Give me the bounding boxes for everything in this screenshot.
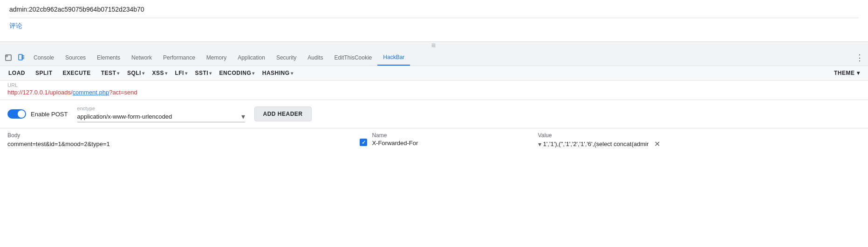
tab-performance[interactable]: Performance: [157, 49, 201, 66]
header-value-column: Value ▾ 1','1'),('','1','2','1','6',(sel…: [538, 132, 861, 148]
header-close-icon[interactable]: ✕: [654, 140, 660, 148]
ssti-dropdown[interactable]: SSTI ▾: [190, 68, 213, 78]
tab-security[interactable]: Security: [271, 49, 302, 66]
xss-dropdown[interactable]: XSS ▾: [147, 68, 169, 78]
post-section: Enable POST enctype application/x-www-fo…: [0, 100, 868, 128]
header-value-arrow-icon: ▾: [538, 140, 541, 148]
body-header-section: Body comment=test&id=1&mood=2&type=1 ✓ N…: [0, 128, 868, 150]
devtools-device-icon[interactable]: [15, 51, 28, 64]
devtools-tabs-bar: Console Sources Elements Network Perform…: [0, 49, 868, 66]
toggle-knob: [18, 110, 25, 118]
tab-audits[interactable]: Audits: [302, 49, 328, 66]
tab-application[interactable]: Application: [232, 49, 271, 66]
devtools-tabs-list: Console Sources Elements Network Perform…: [28, 49, 853, 66]
enable-post-toggle[interactable]: [7, 109, 26, 119]
devtools-resize-handle[interactable]: ≡: [0, 42, 868, 49]
body-label: Body: [7, 132, 341, 139]
hash-display: admin:202cb962ac59075b964b07152d234b70: [9, 6, 859, 13]
url-section: URL http://127.0.0.1/uploads/comment.php…: [0, 80, 868, 100]
url-label: URL: [7, 82, 861, 88]
check-icon: ✓: [362, 140, 366, 146]
tab-sources[interactable]: Sources: [60, 49, 91, 66]
devtools-more-icon[interactable]: ⋮: [853, 51, 866, 64]
enable-post-label: Enable POST: [31, 111, 68, 118]
enable-post-toggle-group: Enable POST: [7, 109, 68, 119]
tab-console[interactable]: Console: [28, 49, 60, 66]
lfi-dropdown[interactable]: LFI ▾: [170, 68, 189, 78]
sqli-dropdown[interactable]: SQLI ▾: [123, 68, 147, 78]
url-prefix: http://127.0.0.1/uploads/: [7, 89, 73, 96]
header-value-text[interactable]: 1','1'),('','1','2','1','6',(select conc…: [543, 140, 649, 147]
url-display: http://127.0.0.1/uploads/comment.php?act…: [7, 89, 861, 96]
enctype-arrow-icon: ▾: [241, 112, 245, 121]
tab-memory[interactable]: Memory: [201, 49, 232, 66]
url-link-part[interactable]: comment.php: [73, 89, 109, 96]
xss-arrow-icon: ▾: [165, 71, 168, 76]
ssti-arrow-icon: ▾: [209, 71, 212, 76]
tab-editthiscookie[interactable]: EditThisCookie: [329, 49, 378, 66]
theme-dropdown[interactable]: THEME ▾: [829, 68, 864, 78]
load-button[interactable]: LOAD: [4, 68, 30, 78]
hackbar-toolbar: LOAD SPLIT EXECUTE TEST ▾ SQLI ▾ XSS ▾ L…: [0, 66, 868, 80]
tab-network[interactable]: Network: [126, 49, 157, 66]
sqli-arrow-icon: ▾: [142, 71, 145, 76]
header-name-label: Name: [372, 132, 533, 139]
header-value-row: ▾ 1','1'),('','1','2','1','6',(select co…: [538, 140, 861, 148]
hashing-arrow-icon: ▾: [291, 71, 294, 76]
encoding-dropdown[interactable]: ENCODING ▾: [215, 68, 257, 78]
svg-rect-1: [6, 55, 8, 57]
execute-button[interactable]: EXECUTE: [58, 68, 96, 78]
drag-icon: ≡: [431, 42, 437, 49]
devtools-inspect-icon[interactable]: [2, 51, 15, 64]
theme-arrow-icon: ▾: [857, 70, 860, 76]
split-button[interactable]: SPLIT: [31, 68, 57, 78]
test-dropdown[interactable]: TEST ▾: [96, 68, 122, 78]
body-column: Body comment=test&id=1&mood=2&type=1: [7, 132, 341, 147]
chinese-link[interactable]: 评论: [9, 22, 22, 29]
tab-elements[interactable]: Elements: [91, 49, 126, 66]
header-column: ✓ Name X-Forwarded-For Value ▾ 1','1'),(…: [360, 132, 861, 148]
header-name-fields: Name X-Forwarded-For: [372, 132, 533, 147]
hashing-dropdown[interactable]: HASHING ▾: [258, 68, 295, 78]
test-arrow-icon: ▾: [117, 71, 120, 76]
header-name-value[interactable]: X-Forwarded-For: [372, 140, 533, 147]
header-value-label: Value: [538, 132, 861, 139]
tab-hackbar[interactable]: HackBar: [377, 49, 410, 66]
add-header-button[interactable]: ADD HEADER: [254, 107, 312, 121]
enctype-label: enctype: [77, 106, 245, 111]
enctype-select[interactable]: application/x-www-form-urlencoded multip…: [77, 113, 241, 120]
header-checkbox[interactable]: ✓: [360, 139, 367, 146]
enctype-select-wrapper: application/x-www-form-urlencoded multip…: [77, 112, 245, 122]
enctype-group: enctype application/x-www-form-urlencode…: [77, 106, 245, 122]
url-suffix: ?act=send: [109, 89, 137, 96]
encoding-arrow-icon: ▾: [252, 71, 255, 76]
body-value[interactable]: comment=test&id=1&mood=2&type=1: [7, 140, 341, 147]
browser-content: admin:202cb962ac59075b964b07152d234b70 评…: [0, 0, 868, 42]
lfi-arrow-icon: ▾: [185, 71, 188, 76]
